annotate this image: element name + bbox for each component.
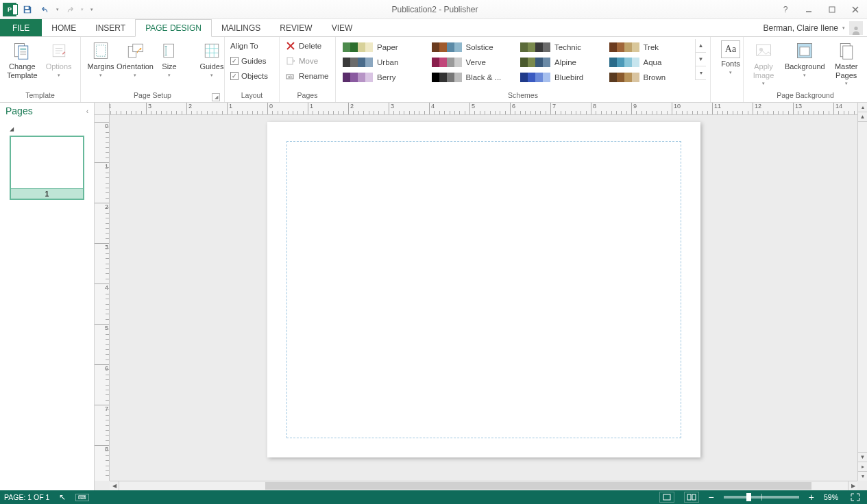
scheme-label: Brown xyxy=(644,73,666,81)
user-name[interactable]: Berman, Claire Ilene xyxy=(764,23,838,33)
scheme-item[interactable]: Bluebird xyxy=(520,71,601,84)
orientation-button[interactable]: Orientation▾ xyxy=(119,39,151,79)
tab-file[interactable]: FILE xyxy=(0,19,42,36)
zoom-in-button[interactable]: + xyxy=(809,492,814,503)
scroll-right-icon[interactable]: ▶ xyxy=(848,481,857,490)
save-button[interactable] xyxy=(21,3,34,16)
page-next-icon[interactable]: ▸ xyxy=(858,462,867,471)
user-dropdown-icon[interactable]: ▾ xyxy=(842,25,845,31)
page-down-icon[interactable]: ▾ xyxy=(858,471,867,481)
tab-page-design[interactable]: PAGE DESIGN xyxy=(135,19,212,37)
fit-page-button[interactable] xyxy=(848,492,863,503)
rename-page-button[interactable]: abRename xyxy=(284,69,330,83)
close-button[interactable] xyxy=(846,3,864,16)
publisher-app-icon[interactable]: P xyxy=(3,3,16,16)
scheme-item[interactable]: Alpine xyxy=(520,55,601,69)
svg-rect-28 xyxy=(692,494,696,500)
scheme-label: Aqua xyxy=(644,58,662,66)
scroll-left-icon[interactable]: ◀ xyxy=(110,481,119,490)
guides-checkbox[interactable]: ✓Guides xyxy=(229,54,269,68)
objects-checkbox[interactable]: ✓Objects xyxy=(229,69,269,83)
svg-rect-16 xyxy=(205,44,219,58)
scheme-item[interactable]: Berry xyxy=(343,71,424,84)
size-button[interactable]: Size▾ xyxy=(154,39,185,79)
background-button[interactable]: Background▾ xyxy=(782,39,828,79)
svg-rect-7 xyxy=(21,49,27,51)
margins-button[interactable]: Margins▾ xyxy=(85,39,117,79)
master-pages-button[interactable]: Master Pages▾ xyxy=(831,39,862,88)
page-up-icon[interactable]: ▴ xyxy=(858,103,867,112)
group-label-page-setup: Page Setup◢ xyxy=(85,91,220,102)
workspace: Pages ‹ ◢ 1 43210123456789101112131415 0… xyxy=(0,103,867,490)
scroll-up-icon[interactable]: ▲ xyxy=(858,112,867,122)
page-surface[interactable] xyxy=(110,115,857,481)
quick-access-toolbar: P ▾ ▾ ▾ xyxy=(3,3,93,16)
schemes-expand[interactable]: ▾ xyxy=(696,66,706,80)
pages-panel-title: Pages xyxy=(5,105,33,116)
schemes-scroll-down[interactable]: ▼ xyxy=(696,53,706,66)
redo-dropdown-icon[interactable]: ▾ xyxy=(81,7,84,12)
schemes-scroll-up[interactable]: ▲ xyxy=(696,39,706,53)
vertical-ruler[interactable]: 0123456789 xyxy=(95,115,110,481)
tab-mailings[interactable]: MAILINGS xyxy=(212,19,270,36)
scheme-item[interactable]: Black & ... xyxy=(432,71,513,84)
user-avatar[interactable] xyxy=(849,21,863,35)
move-page-button[interactable]: Move xyxy=(284,54,330,68)
tab-view[interactable]: VIEW xyxy=(322,19,363,36)
redo-button[interactable] xyxy=(63,3,77,16)
status-page[interactable]: PAGE: 1 OF 1 xyxy=(4,493,49,501)
zoom-level[interactable]: 59% xyxy=(824,493,838,501)
minimize-button[interactable] xyxy=(800,3,818,16)
page-setup-dialog-launcher[interactable]: ◢ xyxy=(212,93,220,101)
guides-button[interactable]: Guides▾ xyxy=(196,39,228,79)
svg-point-4 xyxy=(854,26,857,29)
svg-rect-0 xyxy=(25,6,29,9)
page[interactable] xyxy=(267,122,700,457)
view-single-button[interactable] xyxy=(659,492,674,503)
scheme-label: Solstice xyxy=(466,43,493,51)
help-button[interactable]: ? xyxy=(777,3,794,16)
scroll-down-icon[interactable]: ▼ xyxy=(858,452,867,462)
schemes-gallery[interactable]: PaperSolsticeTechnicTrekUrbanVerveAlpine… xyxy=(340,39,692,86)
pages-panel-collapse[interactable]: ‹ xyxy=(86,108,88,115)
svg-rect-26 xyxy=(663,494,670,500)
options-button: Options ▾ xyxy=(43,39,75,79)
delete-page-button[interactable]: Delete xyxy=(284,39,330,53)
change-template-button[interactable]: Change Template xyxy=(4,39,40,81)
zoom-slider[interactable] xyxy=(724,496,799,499)
horizontal-ruler[interactable]: 43210123456789101112131415 xyxy=(110,103,857,115)
caps-indicator: ⌨ xyxy=(75,494,89,501)
page-margin-guide xyxy=(286,141,681,438)
undo-dropdown-icon[interactable]: ▾ xyxy=(56,7,59,12)
page-thumb-number: 1 xyxy=(11,189,83,199)
view-two-page-button[interactable] xyxy=(684,492,699,503)
pointer-icon: ↖ xyxy=(59,492,66,502)
scheme-item[interactable]: Brown xyxy=(609,71,690,84)
vertical-scrollbar[interactable]: ▴ ▲ ▼ ▸ ▾ xyxy=(857,103,867,481)
orientation-icon xyxy=(125,40,145,61)
pages-tree-toggle[interactable]: ◢ xyxy=(10,126,14,132)
horizontal-scrollbar[interactable]: ◀ ▶ xyxy=(110,481,857,490)
scheme-item[interactable]: Technic xyxy=(520,40,601,54)
chevron-down-icon: ▾ xyxy=(58,73,60,78)
zoom-out-button[interactable]: − xyxy=(709,492,714,503)
maximize-button[interactable] xyxy=(823,3,841,16)
hscroll-thumb[interactable] xyxy=(265,482,811,490)
ruler-corner[interactable] xyxy=(95,103,110,115)
tab-review[interactable]: REVIEW xyxy=(270,19,321,36)
window-title: Publication2 - Publisher xyxy=(93,5,777,14)
move-icon xyxy=(285,55,296,66)
tab-home[interactable]: HOME xyxy=(42,19,86,36)
undo-button[interactable] xyxy=(38,3,52,16)
scheme-item[interactable]: Paper xyxy=(343,40,424,54)
scheme-item[interactable]: Solstice xyxy=(432,40,513,54)
scheme-item[interactable]: Trek xyxy=(609,40,690,54)
scheme-item[interactable]: Aqua xyxy=(609,55,690,69)
svg-rect-20 xyxy=(757,45,771,55)
fonts-button[interactable]: Aa Fonts▾ xyxy=(715,39,746,77)
tab-insert[interactable]: INSERT xyxy=(86,19,135,36)
scheme-item[interactable]: Verve xyxy=(432,55,513,69)
scheme-item[interactable]: Urban xyxy=(343,55,424,69)
page-thumbnail[interactable]: 1 xyxy=(10,136,84,200)
fonts-icon: Aa xyxy=(721,40,740,58)
